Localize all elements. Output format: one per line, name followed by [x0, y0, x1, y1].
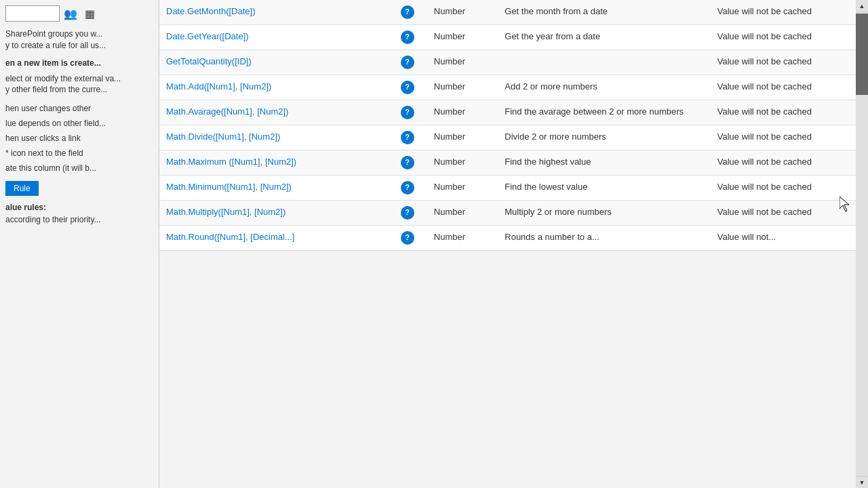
select-text: elect or modify the external va... y oth… — [5, 73, 153, 96]
cache-cell: Value will not be cached — [711, 0, 868, 25]
help-icon-cell: ? — [388, 100, 427, 125]
scroll-down-arrow[interactable]: ▼ — [856, 476, 868, 488]
column-text: ate this column (it will b... — [5, 161, 153, 176]
help-icon[interactable]: ? — [401, 131, 414, 144]
help-icon-cell: ? — [388, 0, 427, 25]
table-row: Math.Multiply([Num1], [Num2]) ? Number M… — [159, 201, 868, 226]
function-link[interactable]: Math.Add([Num1], [Num2]) — [166, 81, 271, 92]
cache-cell: Value will not... — [711, 226, 868, 251]
help-icon[interactable]: ? — [401, 106, 414, 119]
description-cell: Find the lowest value — [498, 176, 711, 201]
help-icon-cell: ? — [388, 125, 427, 150]
main-content: Date.GetMonth([Date]) ? Number Get the m… — [159, 0, 868, 488]
function-cell: Math.Add([Num1], [Num2]) — [159, 75, 388, 100]
depends-text: lue depends on other field... — [5, 116, 153, 131]
help-icon-cell: ? — [388, 50, 427, 75]
table-row: Math.Add([Num1], [Num2]) ? Number Add 2 … — [159, 75, 868, 100]
user-changes-label: hen user changes other — [5, 101, 153, 116]
priority-text: according to their priority... — [5, 215, 153, 224]
function-link[interactable]: Math.Maximum ([Num1], [Num2]) — [166, 157, 296, 167]
description-cell: Find the avarage between 2 or more numbe… — [498, 100, 711, 125]
help-icon[interactable]: ? — [401, 206, 414, 220]
cache-cell: Value will not be cached — [711, 150, 868, 176]
help-icon[interactable]: ? — [401, 156, 414, 169]
cache-cell: Value will not be cached — [711, 50, 868, 75]
description-cell: Get the year from a date — [498, 25, 711, 50]
description-cell — [498, 50, 711, 75]
value-rules-label: alue rules: — [5, 203, 153, 212]
function-link[interactable]: Date.GetYear([Date]) — [166, 31, 249, 41]
type-cell: Number — [427, 226, 498, 251]
table-container: Date.GetMonth([Date]) ? Number Get the m… — [159, 0, 868, 488]
help-icon-cell: ? — [388, 226, 427, 251]
description-cell: Divide 2 or more numbers — [498, 125, 711, 150]
help-icon[interactable]: ? — [401, 56, 414, 69]
help-icon-cell: ? — [388, 201, 427, 226]
scroll-up-arrow[interactable]: ▲ — [856, 0, 868, 12]
table-row: Math.Round([Num1], [Decimal...] ? Number… — [159, 226, 868, 251]
table-row: Math.Maximum ([Num1], [Num2]) ? Number F… — [159, 150, 868, 176]
help-icon[interactable]: ? — [401, 81, 414, 94]
function-cell: Math.Divide([Num1], [Num2]) — [159, 125, 388, 150]
function-cell: GetTotalQuantity([ID]) — [159, 50, 388, 75]
icon-text: * icon next to the field — [5, 146, 153, 161]
function-cell: Math.Minimum([Num1], [Num2]) — [159, 176, 388, 201]
left-panel: 👥 ▦ SharePoint groups you w... y to crea… — [0, 0, 159, 488]
function-cell: Math.Maximum ([Num1], [Num2]) — [159, 150, 388, 176]
function-link[interactable]: GetTotalQuantity([ID]) — [166, 56, 252, 66]
sharepoint-text: SharePoint groups you w... y to create a… — [5, 28, 153, 52]
search-input[interactable] — [5, 5, 60, 22]
scrollbar-thumb[interactable] — [856, 14, 868, 95]
type-cell: Number — [427, 50, 498, 75]
description-cell: Get the month from a date — [498, 0, 711, 25]
cache-cell: Value will not be cached — [711, 25, 868, 50]
scrollbar-track: ▲ ▼ — [856, 0, 868, 488]
table-row: Math.Avarage([Num1], [Num2]) ? Number Fi… — [159, 100, 868, 125]
cache-cell: Value will not be cached — [711, 201, 868, 226]
function-cell: Date.GetMonth([Date]) — [159, 0, 388, 25]
table-row: Date.GetMonth([Date]) ? Number Get the m… — [159, 0, 868, 25]
function-link[interactable]: Math.Minimum([Num1], [Num2]) — [166, 182, 292, 192]
table-row: GetTotalQuantity([ID]) ? Number Value wi… — [159, 50, 868, 75]
description-cell: Find the highest value — [498, 150, 711, 176]
help-icon[interactable]: ? — [401, 30, 414, 44]
description-cell: Rounds a number to a... — [498, 226, 711, 251]
help-icon-cell: ? — [388, 150, 427, 176]
new-item-label: en a new item is create... — [5, 57, 153, 69]
function-cell: Math.Round([Num1], [Decimal...] — [159, 226, 388, 251]
function-link[interactable]: Math.Round([Num1], [Decimal...] — [166, 232, 294, 242]
type-cell: Number — [427, 125, 498, 150]
cache-cell: Value will not be cached — [711, 100, 868, 125]
help-icon[interactable]: ? — [401, 231, 414, 245]
function-cell: Math.Multiply([Num1], [Num2]) — [159, 201, 388, 226]
type-cell: Number — [427, 100, 498, 125]
function-link[interactable]: Math.Avarage([Num1], [Num2]) — [166, 106, 288, 117]
function-link[interactable]: Math.Multiply([Num1], [Num2]) — [166, 207, 285, 217]
toolbar: 👥 ▦ — [5, 5, 153, 22]
list-icon[interactable]: ▦ — [81, 5, 98, 22]
type-cell: Number — [427, 0, 498, 25]
people-icon[interactable]: 👥 — [62, 5, 79, 22]
type-cell: Number — [427, 25, 498, 50]
description-cell: Multiply 2 or more numbers — [498, 201, 711, 226]
add-rule-button[interactable]: Rule — [5, 181, 39, 196]
help-icon[interactable]: ? — [401, 181, 414, 195]
description-cell: Add 2 or more numbers — [498, 75, 711, 100]
help-icon-cell: ? — [388, 25, 427, 50]
table-row: Date.GetYear([Date]) ? Number Get the ye… — [159, 25, 868, 50]
help-icon[interactable]: ? — [401, 5, 414, 19]
functions-table: Date.GetMonth([Date]) ? Number Get the m… — [159, 0, 868, 251]
help-icon-cell: ? — [388, 75, 427, 100]
function-link[interactable]: Date.GetMonth([Date]) — [166, 6, 256, 16]
function-cell: Math.Avarage([Num1], [Num2]) — [159, 100, 388, 125]
cache-cell: Value will not be cached — [711, 176, 868, 201]
type-cell: Number — [427, 75, 498, 100]
help-icon-cell: ? — [388, 176, 427, 201]
cache-cell: Value will not be cached — [711, 125, 868, 150]
function-cell: Date.GetYear([Date]) — [159, 25, 388, 50]
type-cell: Number — [427, 150, 498, 176]
function-link[interactable]: Math.Divide([Num1], [Num2]) — [166, 131, 280, 142]
table-row: Math.Divide([Num1], [Num2]) ? Number Div… — [159, 125, 868, 150]
link-label: hen user clicks a link — [5, 131, 153, 146]
type-cell: Number — [427, 201, 498, 226]
